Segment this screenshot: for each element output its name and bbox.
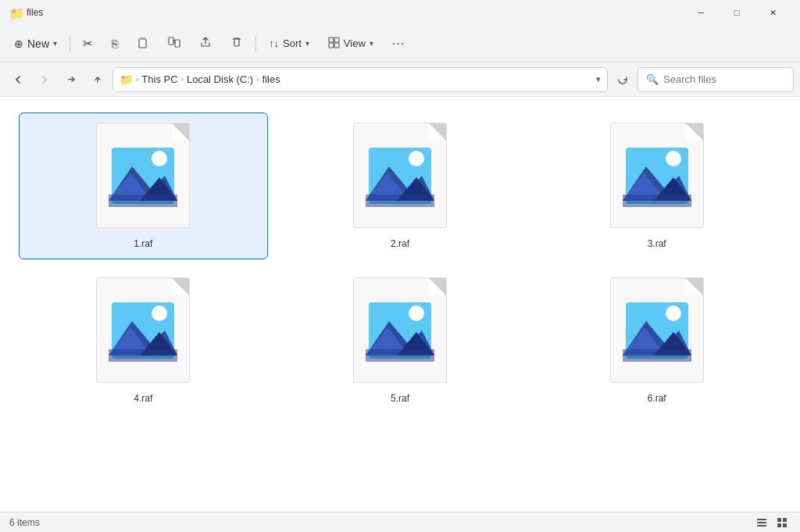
page-corner	[686, 123, 703, 141]
svg-rect-25	[623, 195, 691, 207]
minimize-button[interactable]: ─	[683, 0, 719, 25]
search-box[interactable]: 🔍	[638, 67, 794, 92]
share-icon	[199, 36, 212, 51]
page-corner	[172, 123, 189, 141]
file-area: 1.raf 2.raf	[0, 97, 800, 512]
svg-rect-50	[783, 523, 787, 527]
breadcrumb-sep-0: ›	[136, 75, 138, 84]
sort-button[interactable]: ↑↓ Sort ▾	[261, 30, 317, 57]
refresh-button[interactable]	[611, 68, 634, 91]
paste-icon	[137, 36, 149, 51]
file-thumbnail	[602, 123, 712, 232]
file-item[interactable]: 2.raf	[276, 112, 525, 259]
cut-button[interactable]: ✂	[75, 30, 101, 57]
list-view-button[interactable]	[753, 514, 770, 531]
toolbar-separator-2	[255, 35, 256, 52]
up-button[interactable]	[86, 68, 109, 91]
svg-rect-19	[366, 195, 434, 207]
svg-rect-3	[175, 40, 180, 47]
copy-button[interactable]: ⎘	[104, 30, 126, 57]
image-icon	[623, 145, 691, 207]
move-icon	[168, 36, 180, 51]
status-item-count: 6 items	[9, 517, 40, 528]
status-bar: 6 items	[0, 512, 800, 532]
window-controls: ─ □ ✕	[683, 0, 791, 25]
toolbar-separator-1	[70, 35, 70, 52]
svg-rect-44	[757, 519, 766, 520]
file-name: 4.raf	[134, 393, 152, 404]
svg-rect-6	[329, 43, 334, 48]
file-name: 5.raf	[391, 393, 409, 404]
svg-rect-31	[109, 349, 177, 362]
paste-button[interactable]	[129, 30, 157, 57]
move-button[interactable]	[160, 30, 188, 57]
more-button[interactable]: ···	[384, 30, 412, 57]
more-icon: ···	[392, 37, 405, 51]
svg-rect-13	[109, 195, 177, 207]
svg-point-21	[666, 151, 681, 166]
image-icon	[109, 145, 177, 207]
search-icon: 🔍	[646, 73, 659, 85]
image-icon	[109, 299, 177, 362]
file-grid: 1.raf 2.raf	[16, 109, 784, 417]
search-input[interactable]	[663, 73, 785, 85]
svg-rect-1	[141, 37, 145, 40]
forward-button[interactable]	[33, 68, 56, 91]
copy-icon: ⎘	[112, 37, 118, 50]
svg-rect-45	[757, 522, 766, 523]
breadcrumb-this-pc[interactable]: This PC	[141, 73, 177, 85]
view-label: View	[344, 37, 366, 49]
close-button[interactable]: ✕	[755, 0, 791, 25]
view-button[interactable]: View ▾	[320, 30, 381, 57]
delete-button[interactable]	[223, 30, 251, 57]
file-item[interactable]: 4.raf	[19, 267, 268, 414]
breadcrumb-sep-2: ›	[256, 75, 259, 84]
cut-icon: ✂	[83, 37, 93, 51]
file-thumbnail	[345, 123, 455, 232]
title-bar-left: 📁 files	[9, 6, 43, 19]
title-bar: 📁 files ─ □ ✕	[0, 0, 800, 25]
image-icon	[623, 299, 691, 362]
breadcrumb-folder-icon: 📁	[120, 73, 133, 86]
breadcrumb-dropdown-icon[interactable]: ▾	[596, 74, 601, 84]
share-button[interactable]	[191, 30, 220, 57]
breadcrumb-sep-1: ›	[181, 75, 184, 84]
svg-point-15	[409, 151, 424, 166]
sort-icon: ↑↓	[269, 37, 279, 49]
svg-rect-2	[169, 37, 173, 45]
file-item[interactable]: 1.raf	[19, 112, 268, 259]
file-name: 6.raf	[648, 393, 666, 404]
file-item[interactable]: 6.raf	[532, 267, 781, 414]
back-button[interactable]	[6, 68, 30, 91]
recent-button[interactable]	[59, 68, 83, 91]
file-item[interactable]: 5.raf	[276, 267, 525, 414]
file-thumbnail	[602, 277, 712, 387]
page-corner	[686, 278, 703, 295]
svg-rect-4	[329, 37, 334, 42]
file-item[interactable]: 3.raf	[532, 112, 781, 259]
svg-rect-47	[777, 518, 781, 522]
svg-rect-37	[366, 349, 434, 362]
file-name: 1.raf	[134, 238, 152, 249]
sort-label: Sort	[283, 37, 302, 49]
grid-view-button[interactable]	[773, 514, 791, 531]
breadcrumb-files[interactable]: files	[262, 73, 280, 85]
svg-point-27	[152, 305, 167, 321]
maximize-button[interactable]: □	[719, 0, 755, 25]
new-dropdown-icon: ▾	[53, 39, 57, 48]
page-corner	[429, 123, 446, 141]
image-icon	[366, 299, 434, 362]
page-corner	[172, 278, 189, 295]
new-button[interactable]: ⊕ New ▾	[6, 30, 65, 57]
new-label: New	[27, 37, 49, 50]
svg-rect-7	[334, 43, 339, 48]
breadcrumb-local-disk[interactable]: Local Disk (C:)	[187, 73, 253, 85]
breadcrumb-bar[interactable]: 📁 › This PC › Local Disk (C:) › files ▾	[112, 67, 608, 92]
file-page	[96, 123, 190, 228]
file-page	[610, 277, 704, 383]
svg-rect-43	[623, 349, 691, 362]
new-plus-icon: ⊕	[14, 37, 23, 50]
file-page	[96, 277, 190, 383]
view-icon	[328, 37, 340, 51]
file-name: 3.raf	[648, 238, 666, 249]
